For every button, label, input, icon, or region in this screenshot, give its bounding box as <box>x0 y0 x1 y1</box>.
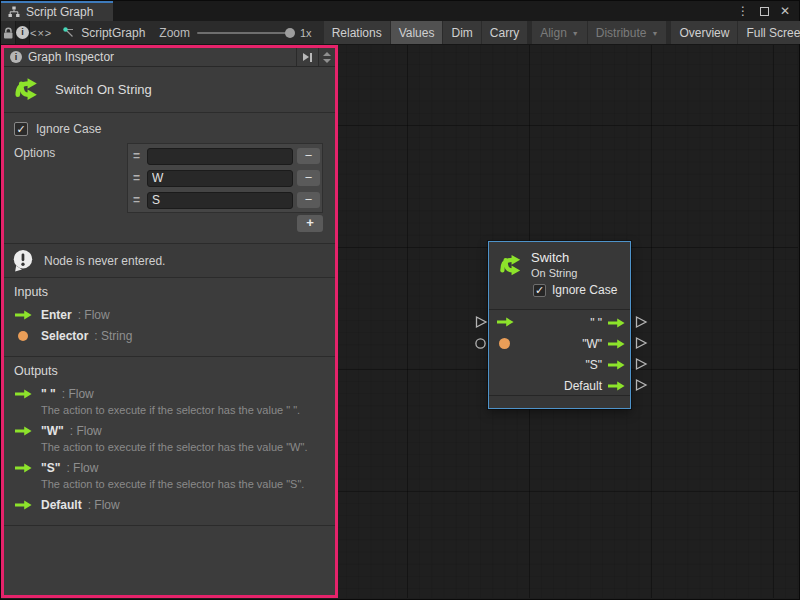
node-ignore-case-checkbox[interactable]: ✓ <box>533 284 546 297</box>
ignore-case-checkbox[interactable]: ✓ <box>14 122 28 136</box>
port-name: Default <box>41 498 82 512</box>
scroll-up-icon[interactable] <box>323 52 331 56</box>
drag-handle-icon[interactable]: = <box>130 193 143 207</box>
inspector-toggle-button[interactable]: i <box>15 21 30 44</box>
remove-option-button[interactable]: − <box>297 148 320 164</box>
zoom-label: Zoom <box>159 26 190 40</box>
chevron-down-icon: ▼ <box>572 30 579 37</box>
relations-button[interactable]: Relations <box>324 21 390 44</box>
port-description: The action to execute if the selector ha… <box>41 404 325 417</box>
outputs-header: Outputs <box>14 364 325 378</box>
chevron-down-icon: ▼ <box>651 30 658 37</box>
node-footer <box>489 395 630 408</box>
fullscreen-button[interactable]: Full Screen <box>738 21 800 44</box>
port-name: "S" <box>41 461 60 475</box>
warning-bubble-icon <box>12 249 35 272</box>
graph-canvas[interactable]: Switch On String ✓ Ignore Case " " "W" <box>338 45 798 598</box>
add-option-button[interactable]: + <box>297 215 323 232</box>
distribute-button[interactable]: Distribute ▼ <box>588 21 667 44</box>
window-controls: ⋮ ✕ <box>737 1 799 21</box>
dock-button[interactable] <box>296 48 318 66</box>
maximize-icon[interactable] <box>760 7 769 16</box>
ignore-case-label: Ignore Case <box>36 122 101 136</box>
lock-icon <box>1 26 15 40</box>
port-type: : Flow <box>66 461 98 475</box>
enter-connector-icon[interactable] <box>474 315 488 329</box>
output-label-s: "S" <box>585 358 602 372</box>
info-icon: i <box>10 51 22 63</box>
switch-node[interactable]: Switch On String ✓ Ignore Case " " "W" <box>488 241 631 409</box>
output-connector-icon[interactable] <box>634 336 648 350</box>
code-preview-button[interactable]: <×> <box>30 21 52 44</box>
selector-port-icon[interactable] <box>499 338 510 349</box>
port-description: The action to execute if the selector ha… <box>41 478 325 491</box>
title-bar: Script Graph ⋮ ✕ <box>1 1 799 21</box>
port-type: : Flow <box>78 308 110 322</box>
option-input-0[interactable] <box>147 148 293 165</box>
port-type: : Flow <box>70 424 102 438</box>
remove-option-button[interactable]: − <box>297 192 320 208</box>
node-title: Switch <box>531 250 569 265</box>
graph-reference[interactable]: ScriptGraph <box>52 21 159 44</box>
output-port-row: " " : Flow <box>14 387 325 401</box>
toolbar-buttons: Relations Values Dim Carry <box>324 21 529 44</box>
align-label: Align <box>540 26 567 40</box>
inputs-header: Inputs <box>14 285 325 299</box>
switch-icon <box>12 74 42 104</box>
option-input-1[interactable] <box>147 170 293 187</box>
enter-port-icon[interactable] <box>497 317 514 327</box>
inputs-section: Inputs Enter : Flow Selector : String <box>4 278 335 356</box>
output-connector-icon[interactable] <box>634 315 648 329</box>
output-connector-icon[interactable] <box>634 357 648 371</box>
info-icon: i <box>16 26 29 39</box>
string-port-icon <box>18 331 28 341</box>
output-port-row: "S" : Flow <box>14 461 325 475</box>
scroll-down-icon[interactable] <box>323 59 331 63</box>
dim-button[interactable]: Dim <box>443 21 480 44</box>
port-type: : Flow <box>88 498 120 512</box>
zoom-value: 1x <box>300 27 312 39</box>
output-port-row: Default : Flow <box>14 498 325 512</box>
tab-script-graph[interactable]: Script Graph <box>1 1 113 21</box>
node-inspector-title-row: Switch On String <box>4 67 335 113</box>
hierarchy-icon <box>8 6 20 18</box>
zoom-slider-handle[interactable] <box>285 28 295 38</box>
switch-icon <box>496 251 526 279</box>
output-label-default: Default <box>564 379 602 393</box>
dock-icon <box>303 53 309 61</box>
option-input-2[interactable] <box>147 192 293 209</box>
selector-connector-icon[interactable] <box>474 337 487 350</box>
carry-button[interactable]: Carry <box>482 21 527 44</box>
drag-handle-icon[interactable]: = <box>130 149 143 163</box>
outputs-section: Outputs " " : Flow The action to execute… <box>4 357 335 525</box>
node-ignore-case-label: Ignore Case <box>552 283 617 297</box>
lock-button[interactable] <box>1 21 15 44</box>
output-label-w: "W" <box>582 337 602 351</box>
input-port-row: Selector : String <box>14 329 325 343</box>
flow-arrow-icon <box>15 500 32 510</box>
window-menu-icon[interactable]: ⋮ <box>737 5 749 17</box>
inspector-header: i Graph Inspector <box>4 48 335 67</box>
overview-button[interactable]: Overview <box>671 21 737 44</box>
switch-node-header[interactable]: Switch On String ✓ Ignore Case <box>489 242 630 309</box>
flow-arrow-icon[interactable] <box>608 339 625 349</box>
drag-handle-icon[interactable]: = <box>130 171 143 185</box>
output-connector-icon[interactable] <box>634 378 648 392</box>
script-graph-window: Script Graph ⋮ ✕ i <×> ScriptGraph <box>0 0 800 600</box>
values-button[interactable]: Values <box>391 21 443 44</box>
flow-arrow-icon[interactable] <box>608 360 625 370</box>
distribute-label: Distribute <box>596 26 647 40</box>
flow-arrow-icon[interactable] <box>608 381 625 391</box>
remove-option-button[interactable]: − <box>297 170 320 186</box>
port-type: : String <box>94 329 132 343</box>
option-row: = − <box>130 145 320 167</box>
option-row: = − <box>130 189 320 211</box>
panel-scroll-spinner[interactable] <box>318 48 335 66</box>
align-button[interactable]: Align ▼ <box>532 21 587 44</box>
zoom-slider[interactable] <box>197 32 293 34</box>
close-icon[interactable]: ✕ <box>780 5 790 17</box>
flow-arrow-icon[interactable] <box>608 318 625 328</box>
view-buttons: Overview Full Screen <box>671 21 800 44</box>
inspector-properties: ✓ Ignore Case Options = − = <box>4 113 335 243</box>
script-graph-icon <box>62 26 75 39</box>
